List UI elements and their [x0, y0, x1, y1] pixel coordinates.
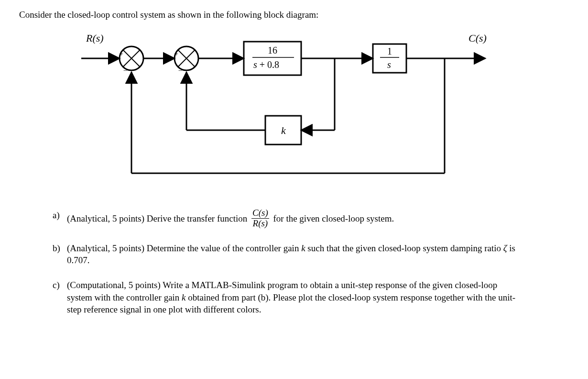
question-c-label: c) [53, 279, 67, 316]
question-b-label: b) [53, 242, 67, 267]
feedback-block-k: k [281, 124, 286, 136]
sum1-minus: − [123, 67, 127, 74]
intro-text: Consider the closed-loop control system … [19, 10, 569, 20]
block2-den: s [387, 59, 391, 70]
block2-num: 1 [387, 46, 392, 56]
fraction-cs-rs: C(s) R(s) [251, 208, 269, 229]
block1-den: s + 0.8 [253, 59, 279, 70]
block-diagram: R(s) + − + − 16 s + 0.8 1 s C(s) k [67, 30, 497, 190]
sum1-plus: + [120, 50, 123, 57]
question-c: c) (Computational, 5 points) Write a MAT… [53, 279, 569, 316]
question-a-body: (Analytical, 5 points) Derive the transf… [67, 209, 521, 230]
question-a-label: a) [53, 209, 67, 230]
questions-list: a) (Analytical, 5 points) Derive the tra… [19, 209, 569, 316]
question-b-body: (Analytical, 5 points) Determine the val… [67, 242, 521, 267]
sum2-plus: + [174, 50, 178, 57]
input-label: R(s) [86, 32, 104, 44]
question-b: b) (Analytical, 5 points) Determine the … [53, 242, 569, 267]
output-label: C(s) [468, 32, 487, 44]
sum2-minus: − [178, 67, 182, 74]
question-a: a) (Analytical, 5 points) Derive the tra… [53, 209, 569, 230]
question-c-body: (Computational, 5 points) Write a MATLAB… [67, 279, 521, 316]
block1-num: 16 [268, 45, 277, 56]
